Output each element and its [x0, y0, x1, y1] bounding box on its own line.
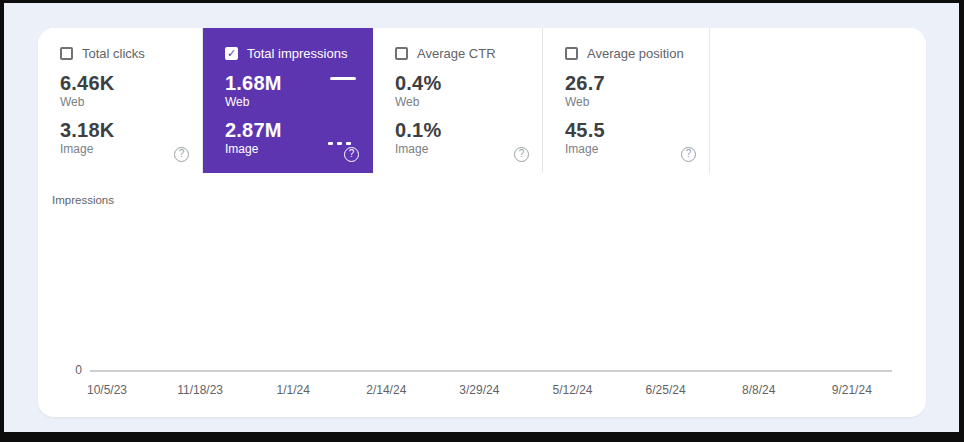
total-clicks-label: Total clicks [82, 46, 145, 61]
average-position-web-value: 26.7 [565, 72, 709, 95]
average-ctr-image-value: 0.1% [395, 119, 542, 142]
chart-axis-title: Impressions [52, 194, 114, 206]
x-tick-6-25-24: 6/25/24 [621, 383, 711, 397]
total-impressions-web-value: 1.68M [225, 72, 372, 95]
x-tick-5-12-24: 5/12/24 [528, 383, 618, 397]
x-tick-1-1-24: 1/1/24 [248, 383, 338, 397]
card-total-clicks[interactable]: ✓ Total clicks 6.46K Web 3.18K Image ? [38, 28, 203, 173]
card-total-impressions[interactable]: ✓ Total impressions 1.68M Web 2.87M Imag… [203, 28, 373, 173]
y-tick-0: 0 [38, 363, 82, 377]
total-clicks-checkbox[interactable]: ✓ [60, 47, 73, 60]
web-series-solid-line-icon [330, 77, 356, 80]
image-series-dashed-line-icon [328, 142, 356, 145]
card-average-position[interactable]: ✓ Average position 26.7 Web 45.5 Image ? [543, 28, 710, 173]
total-impressions-label: Total impressions [247, 46, 347, 61]
total-clicks-web-value: 6.46K [60, 72, 202, 95]
average-position-image-value: 45.5 [565, 119, 709, 142]
help-icon[interactable]: ? [681, 147, 696, 162]
total-impressions-image-value: 2.87M [225, 119, 372, 142]
x-tick-8-8-24: 8/8/24 [714, 383, 804, 397]
help-icon[interactable]: ? [514, 147, 529, 162]
card-average-ctr[interactable]: ✓ Average CTR 0.4% Web 0.1% Image ? [373, 28, 543, 173]
x-tick-10-5-23: 10/5/23 [62, 383, 152, 397]
average-position-web-sublabel: Web [565, 95, 709, 110]
x-tick-9-21-24: 9/21/24 [807, 383, 897, 397]
average-ctr-label: Average CTR [417, 46, 496, 61]
average-ctr-web-sublabel: Web [395, 95, 542, 110]
average-position-checkbox[interactable]: ✓ [565, 47, 578, 60]
page-background: ✓ Total clicks 6.46K Web 3.18K Image ? ✓… [4, 3, 959, 432]
metric-cards-row: ✓ Total clicks 6.46K Web 3.18K Image ? ✓… [38, 28, 710, 173]
help-icon[interactable]: ? [344, 147, 359, 162]
help-icon[interactable]: ? [174, 147, 189, 162]
x-axis-tick-labels: 10/5/2311/18/231/1/242/14/243/29/245/12/… [90, 383, 892, 399]
check-icon: ✓ [227, 48, 236, 59]
x-tick-2-14-24: 2/14/24 [341, 383, 431, 397]
total-impressions-checkbox[interactable]: ✓ [225, 47, 238, 60]
performance-panel: ✓ Total clicks 6.46K Web 3.18K Image ? ✓… [38, 28, 926, 417]
total-impressions-web-sublabel: Web [225, 95, 372, 110]
total-clicks-image-value: 3.18K [60, 119, 202, 142]
average-position-label: Average position [587, 46, 684, 61]
x-tick-11-18-23: 11/18/23 [155, 383, 245, 397]
x-tick-3-29-24: 3/29/24 [434, 383, 524, 397]
average-ctr-web-value: 0.4% [395, 72, 542, 95]
average-ctr-checkbox[interactable]: ✓ [395, 47, 408, 60]
total-clicks-web-sublabel: Web [60, 95, 202, 110]
impressions-line-chart [90, 211, 892, 381]
